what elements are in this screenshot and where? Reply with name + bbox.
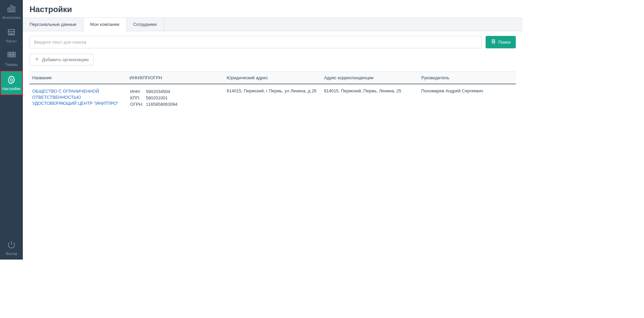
tab-personal[interactable]: Персональные данные <box>23 18 84 31</box>
sidebar-item-goods[interactable]: Товары <box>0 47 23 71</box>
inn-label: ИНН: <box>130 89 145 95</box>
power-icon <box>7 240 16 250</box>
svg-point-10 <box>13 34 13 34</box>
sidebar-item-label: Выход <box>6 252 17 256</box>
ogrn-value: 1165958063094 <box>146 102 180 107</box>
main-content: Настройки Персональные данные Мои компан… <box>23 0 523 260</box>
col-ids[interactable]: ИНН/КПП/ОГРН <box>127 72 224 84</box>
svg-point-5 <box>10 33 10 33</box>
svg-line-20 <box>494 42 495 43</box>
svg-point-17 <box>10 79 13 81</box>
page-title: Настройки <box>23 0 523 17</box>
svg-point-6 <box>11 33 11 33</box>
sidebar-item-settings[interactable]: Настройки <box>0 71 23 95</box>
tab-employees[interactable]: Сотрудники <box>127 18 164 31</box>
sidebar-item-registers[interactable]: Кассы <box>0 24 23 47</box>
sidebar: Аналитика Кассы Товары Настройки Выход <box>0 0 23 260</box>
sidebar-item-analytics[interactable]: Аналитика <box>0 0 23 24</box>
svg-rect-11 <box>8 52 10 54</box>
svg-point-9 <box>11 34 11 34</box>
svg-rect-0 <box>8 8 10 12</box>
plus-icon <box>35 57 39 62</box>
company-link[interactable]: ОБЩЕСТВО С ОГРАНИЧЕННОЙ ОТВЕТСТВЕННОСТЬЮ… <box>32 89 118 106</box>
col-name[interactable]: Название <box>30 72 127 84</box>
svg-rect-12 <box>11 52 13 54</box>
search-input[interactable] <box>30 36 482 48</box>
svg-rect-16 <box>13 55 15 57</box>
director: Пономарев Андрей Сергеевич <box>418 84 516 112</box>
companies-table: Название ИНН/КПП/ОГРН Юридический адрес … <box>30 72 516 112</box>
search-icon <box>491 39 496 45</box>
svg-point-8 <box>10 34 10 34</box>
legal-address: 614015, Пермский, г Пермь, ул Ленина, д … <box>224 84 321 112</box>
col-director[interactable]: Руководитель <box>418 72 516 84</box>
sidebar-item-label: Кассы <box>6 39 16 43</box>
col-legal[interactable]: Юридический адрес <box>224 72 321 84</box>
sidebar-item-label: Товары <box>5 62 18 66</box>
kpp-label: КПП: <box>130 95 145 101</box>
cash-register-icon <box>7 28 16 38</box>
svg-rect-2 <box>13 7 15 12</box>
sidebar-item-exit[interactable]: Выход <box>0 236 23 260</box>
svg-rect-13 <box>13 52 15 54</box>
gear-icon <box>7 75 16 85</box>
sidebar-item-label: Аналитика <box>2 15 20 19</box>
sidebar-item-label: Настройки <box>2 87 20 91</box>
search-button[interactable]: Поиск <box>486 36 516 48</box>
svg-point-7 <box>13 33 13 33</box>
search-button-label: Поиск <box>498 40 510 45</box>
add-organization-button[interactable]: Добавить организацию <box>30 54 94 65</box>
tab-companies[interactable]: Мои компании <box>84 18 127 31</box>
inn-value: 5902034504 <box>146 89 180 95</box>
col-mail[interactable]: Адрес корреспонденции <box>321 72 418 84</box>
add-button-label: Добавить организацию <box>42 57 89 62</box>
bars-icon <box>7 4 16 14</box>
svg-rect-1 <box>11 6 12 12</box>
table-row: ОБЩЕСТВО С ОГРАНИЧЕННОЙ ОТВЕТСТВЕННОСТЬЮ… <box>30 84 516 112</box>
apps-icon <box>7 51 16 61</box>
svg-rect-14 <box>8 55 10 57</box>
kpp-value: 590201001 <box>146 95 180 101</box>
svg-rect-15 <box>11 55 13 57</box>
mail-address: 614015, Пермский, Пермь, Ленина, 25 <box>321 84 418 112</box>
tabs: Персональные данные Мои компании Сотрудн… <box>23 17 523 31</box>
ogrn-label: ОГРН: <box>130 102 145 107</box>
